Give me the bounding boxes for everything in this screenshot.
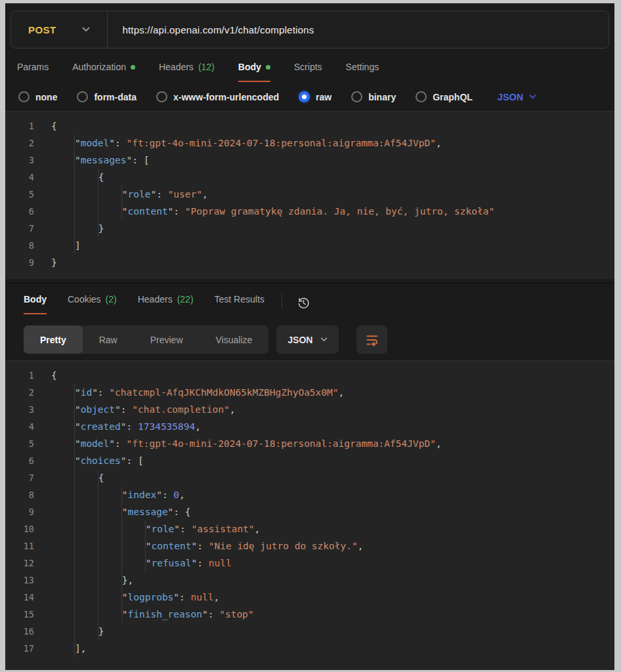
radio-icon xyxy=(416,91,427,102)
divider xyxy=(282,294,282,308)
line-number: 1 xyxy=(5,117,34,135)
line-number: 9 xyxy=(5,254,34,271)
view-tab-raw[interactable]: Raw xyxy=(83,326,134,354)
headers-count: (12) xyxy=(198,62,215,72)
line-number: 5 xyxy=(5,435,34,452)
response-tab-test-results[interactable]: Test Results xyxy=(215,294,265,314)
response-body-viewer[interactable]: 1{2 "id": "chatcmpl-AfqJKChMdkON65kMZBHg… xyxy=(5,360,614,670)
tab-params[interactable]: Params xyxy=(17,62,49,82)
code-line: 16 } xyxy=(5,623,614,640)
code-line: 7 { xyxy=(5,469,614,486)
code-line: 7 } xyxy=(5,220,614,237)
code-line: 13 }, xyxy=(5,572,614,589)
code-line: 9 "message": { xyxy=(5,503,614,520)
line-number: 16 xyxy=(5,623,34,640)
wrap-line-button[interactable] xyxy=(356,326,387,354)
method-select[interactable]: POST xyxy=(11,11,107,48)
response-view-toolbar: Pretty Raw Preview Visualize JSON xyxy=(5,320,614,354)
radio-icon xyxy=(18,91,30,102)
response-tab-headers[interactable]: Headers(22) xyxy=(138,294,194,314)
line-number: 9 xyxy=(5,503,34,520)
code-line: 1{ xyxy=(5,117,614,135)
code-line: 8 ] xyxy=(5,237,614,254)
history-clock-icon xyxy=(296,295,311,310)
code-line: 5 "model": "ft:gpt-4o-mini-2024-07-18:pe… xyxy=(5,435,614,452)
line-number: 3 xyxy=(5,152,34,169)
code-line: 15 "finish_reason": "stop" xyxy=(5,606,614,623)
tab-settings[interactable]: Settings xyxy=(346,62,379,82)
line-number: 4 xyxy=(5,169,34,186)
line-number: 17 xyxy=(5,640,34,657)
radio-icon xyxy=(351,91,362,102)
code-line: 3 "object": "chat.completion", xyxy=(5,401,614,418)
method-label: POST xyxy=(28,24,56,35)
body-status-dot xyxy=(266,65,270,70)
code-line: 4 "created": 1734535894, xyxy=(5,418,614,435)
tab-body[interactable]: Body xyxy=(238,62,270,82)
response-tab-body[interactable]: Body xyxy=(24,294,47,314)
line-number: 13 xyxy=(5,572,34,589)
view-mode-switcher: Pretty Raw Preview Visualize xyxy=(24,326,268,354)
line-number: 1 xyxy=(5,367,34,384)
code-line: 12 "refusal": null xyxy=(5,555,614,572)
tab-scripts[interactable]: Scripts xyxy=(294,62,322,82)
raw-language-select[interactable]: JSON xyxy=(498,92,537,102)
code-line: 6 "content": "Popraw gramatykę zdania. J… xyxy=(5,203,614,220)
line-number: 11 xyxy=(5,537,34,555)
line-number: 15 xyxy=(5,606,34,623)
body-type-graphql[interactable]: GraphQL xyxy=(416,91,473,102)
response-tab-cookies[interactable]: Cookies(2) xyxy=(68,294,117,314)
line-number: 12 xyxy=(5,555,34,572)
chevron-down-icon xyxy=(529,94,536,99)
line-number: 2 xyxy=(5,384,34,401)
response-history-button[interactable] xyxy=(295,294,312,311)
line-number: 6 xyxy=(5,203,34,220)
body-type-none[interactable]: none xyxy=(18,91,57,102)
line-number: 5 xyxy=(5,186,34,203)
line-number: 14 xyxy=(5,589,34,606)
line-number: 7 xyxy=(5,469,34,486)
response-language-select[interactable]: JSON xyxy=(276,326,339,354)
radio-icon xyxy=(156,91,167,102)
code-line: 10 "role": "assistant", xyxy=(5,520,614,537)
code-line: 1{ xyxy=(5,367,614,384)
code-line: 11 "content": "Nie idę jutro do szkoły."… xyxy=(5,537,614,555)
code-line: 3 "messages": [ xyxy=(5,152,614,169)
line-number: 4 xyxy=(5,418,34,435)
request-body-editor[interactable]: 1{2 "model": "ft:gpt-4o-mini-2024-07-18:… xyxy=(5,111,614,279)
body-type-raw[interactable]: raw xyxy=(299,91,332,102)
code-line: 9} xyxy=(5,254,614,271)
line-number: 8 xyxy=(5,237,34,254)
response-tools xyxy=(282,294,312,320)
request-tabs: Params Authorization Headers(12) Body Sc… xyxy=(5,49,614,82)
code-line: 2 "id": "chatcmpl-AfqJKChMdkON65kMZBHgZh… xyxy=(5,384,614,401)
chevron-down-icon xyxy=(82,27,90,32)
response-tabs: Body Cookies(2) Headers(22) Test Results xyxy=(5,294,614,320)
view-tab-pretty[interactable]: Pretty xyxy=(24,326,83,354)
body-type-binary[interactable]: binary xyxy=(351,91,396,102)
radio-icon xyxy=(77,91,88,102)
line-number: 7 xyxy=(5,220,34,237)
api-client-window: POST https://api.openai.com/v1/chat/comp… xyxy=(5,3,614,670)
response-headers-count: (22) xyxy=(177,294,194,304)
code-line: 2 "model": "ft:gpt-4o-mini-2024-07-18:pe… xyxy=(5,135,614,152)
line-number: 10 xyxy=(5,520,34,537)
body-type-urlencoded[interactable]: x-www-form-urlencoded xyxy=(156,91,279,102)
view-tab-visualize[interactable]: Visualize xyxy=(200,326,269,354)
view-tab-preview[interactable]: Preview xyxy=(134,326,200,354)
url-input[interactable]: https://api.openai.com/v1/chat/completio… xyxy=(108,24,314,35)
line-number: 3 xyxy=(5,401,34,418)
cookies-count: (2) xyxy=(106,294,117,304)
code-line: 14 "logprobs": null, xyxy=(5,589,614,606)
authorization-status-dot xyxy=(131,65,135,70)
body-type-row: none form-data x-www-form-urlencoded raw… xyxy=(5,82,614,111)
response-section: Body Cookies(2) Headers(22) Test Results… xyxy=(5,283,614,670)
tab-headers[interactable]: Headers(12) xyxy=(159,62,215,82)
tab-authorization[interactable]: Authorization xyxy=(72,62,135,82)
line-number: 2 xyxy=(5,135,34,152)
code-line: 4 { xyxy=(5,169,614,186)
request-url-bar: POST https://api.openai.com/v1/chat/comp… xyxy=(11,10,609,49)
body-type-form-data[interactable]: form-data xyxy=(77,91,137,102)
line-number: 8 xyxy=(5,486,34,503)
chevron-down-icon xyxy=(320,337,328,342)
